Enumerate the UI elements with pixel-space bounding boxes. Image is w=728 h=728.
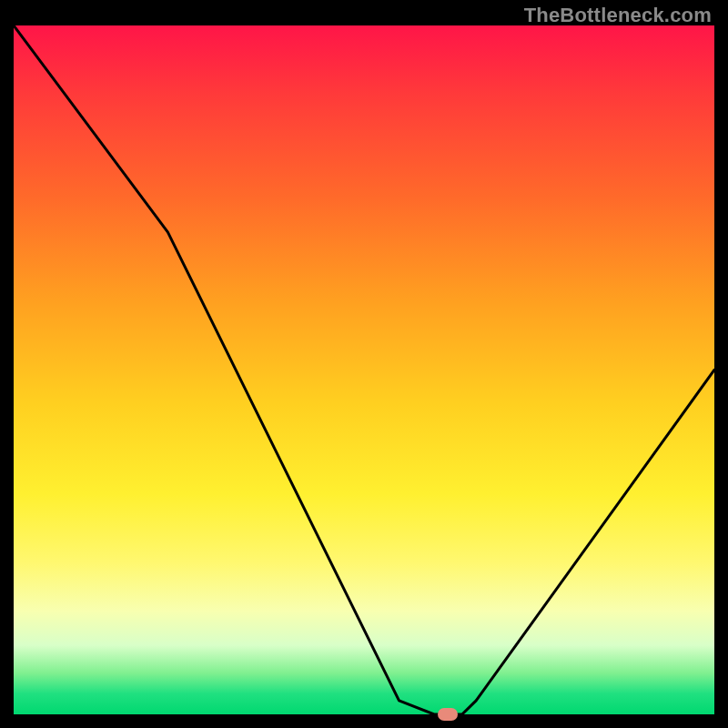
optimal-marker bbox=[438, 708, 458, 721]
bottleneck-curve bbox=[14, 25, 714, 714]
chart-frame: TheBottleneck.com bbox=[0, 0, 728, 728]
watermark-text: TheBottleneck.com bbox=[524, 4, 712, 27]
plot-area bbox=[14, 25, 714, 714]
